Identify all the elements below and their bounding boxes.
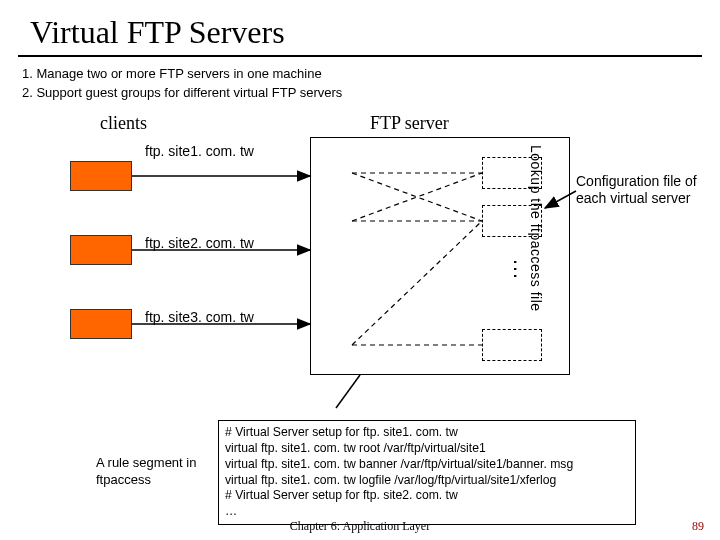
diagram-stage: clients FTP server ftp. site1. com. tw f…: [0, 113, 720, 433]
svg-line-8: [352, 221, 482, 345]
intro-line-1: 1. Manage two or more FTP servers in one…: [22, 65, 720, 84]
intro-line-2: 2. Support guest groups for different vi…: [22, 84, 720, 103]
rule-caption: A rule segment in ftpaccess: [96, 455, 216, 489]
footer-chapter: Chapter 6: Application Layer: [0, 519, 720, 534]
page-title: Virtual FTP Servers: [0, 0, 720, 55]
rule-box: # Virtual Server setup for ftp. site1. c…: [218, 420, 636, 525]
svg-line-9: [545, 191, 576, 208]
page-number: 89: [692, 519, 704, 534]
intro-block: 1. Manage two or more FTP servers in one…: [0, 57, 720, 103]
diagram-lines: [0, 113, 720, 433]
svg-line-10: [336, 375, 360, 408]
